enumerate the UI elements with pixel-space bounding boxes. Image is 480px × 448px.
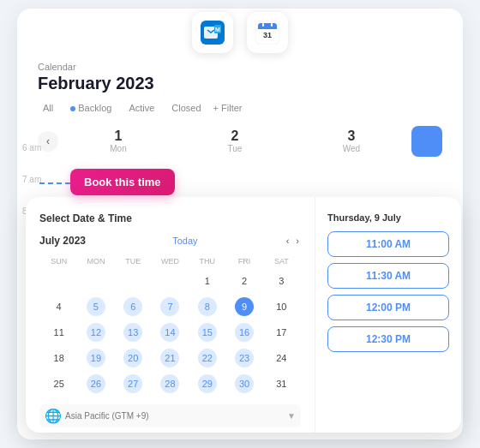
google-calendar-icon[interactable]: 31 — [247, 12, 288, 53]
timezone-selector[interactable]: 🌐 Asia Pacific (GTM +9) ▼ — [39, 404, 301, 427]
cal-day: 14 — [160, 323, 179, 342]
calendar-month: February 2023 — [38, 74, 154, 93]
table-row: 18 19 20 21 22 23 24 — [41, 346, 299, 370]
cal-day: 15 — [198, 323, 217, 342]
cal-day: 17 — [272, 323, 291, 342]
filter-active[interactable]: Active — [123, 101, 159, 115]
cal-day: 2 — [235, 272, 254, 290]
cal-day: 16 — [235, 323, 254, 342]
svg-text:31: 31 — [263, 31, 272, 39]
col-tue: TUE — [116, 255, 151, 267]
date-time-modal: Select Date & Time July 2023 Today ‹ › S… — [26, 197, 461, 433]
calendar-header: Calendar February 2023 — [38, 62, 154, 93]
time-7am: 7 am — [22, 175, 41, 184]
selected-date-label: Thursday, 9 July — [327, 212, 449, 223]
day-selected-box — [411, 126, 442, 157]
calendar-nav: ‹ › — [285, 236, 301, 246]
filter-add[interactable]: + Filter — [213, 103, 243, 113]
modal-title: Select Date & Time — [39, 212, 301, 224]
cal-day: 1 — [198, 272, 217, 290]
col-mon: MON — [78, 255, 113, 267]
time-slot-2[interactable]: 11:30 AM — [327, 263, 449, 289]
day-3[interactable]: 3 Wed — [295, 123, 408, 158]
filter-backlog[interactable]: Backlog — [65, 101, 117, 115]
day-2[interactable]: 2 Tue — [178, 123, 291, 158]
cal-day: 29 — [198, 374, 217, 393]
cal-day: 31 — [272, 374, 291, 393]
col-sun: SUN — [41, 255, 76, 267]
cal-day: 6 — [123, 297, 142, 316]
svg-rect-10 — [271, 23, 273, 27]
cal-day: 8 — [198, 297, 217, 316]
cal-day: 23 — [235, 349, 254, 367]
mini-calendar-header: July 2023 Today ‹ › — [39, 235, 301, 247]
day-1[interactable]: 1 Mon — [62, 123, 175, 158]
col-fri: FRI — [226, 255, 261, 267]
filter-tabs: All Backlog Active Closed + Filter — [38, 101, 243, 115]
cal-day: 4 — [50, 297, 69, 316]
app-icons-row: M 31 — [192, 12, 288, 53]
col-sat: SAT — [264, 255, 299, 267]
cal-day: 30 — [235, 374, 254, 393]
time-slot-1[interactable]: 11:00 AM — [327, 231, 449, 257]
cal-day: 12 — [87, 323, 105, 342]
table-row: 11 12 13 14 15 16 17 — [41, 320, 299, 344]
cal-day: 22 — [198, 349, 217, 367]
table-row: 1 2 3 — [41, 269, 299, 293]
calendar-label: Calendar — [38, 62, 154, 72]
cal-day: 3 — [272, 272, 291, 290]
outlook-icon[interactable]: M — [192, 12, 233, 53]
col-wed: WED — [153, 255, 188, 267]
filter-closed[interactable]: Closed — [166, 101, 206, 115]
mini-calendar-grid: SUN MON TUE WED THU FRI SAT 1 2 3 — [39, 254, 301, 397]
cal-day: 24 — [272, 349, 291, 367]
cal-day: 13 — [123, 323, 142, 342]
cal-day: 27 — [123, 374, 142, 393]
globe-icon: 🌐 — [45, 408, 62, 424]
table-row: 25 26 27 28 29 30 31 — [41, 372, 299, 396]
svg-rect-9 — [262, 23, 264, 27]
day-navigation: ‹ 1 Mon 2 Tue 3 Wed — [38, 123, 442, 158]
time-slot-4[interactable]: 12:30 PM — [327, 326, 449, 352]
cal-day-selected: 9 — [235, 297, 254, 316]
cal-day: 28 — [160, 374, 179, 393]
svg-rect-7 — [258, 27, 277, 29]
book-button[interactable]: Book this time — [70, 169, 175, 195]
table-row: 4 5 6 7 8 9 10 — [41, 295, 299, 319]
svg-text:M: M — [215, 27, 220, 33]
cal-day: 7 — [160, 297, 179, 316]
cal-next[interactable]: › — [294, 236, 301, 246]
cal-prev[interactable]: ‹ — [285, 236, 291, 246]
today-button[interactable]: Today — [172, 236, 197, 246]
cal-day: 26 — [87, 374, 105, 393]
filter-all[interactable]: All — [38, 101, 58, 115]
cal-day: 19 — [87, 349, 105, 367]
cal-day: 5 — [87, 297, 105, 316]
cal-day: 20 — [123, 349, 142, 367]
calendar-picker: Select Date & Time July 2023 Today ‹ › S… — [26, 197, 315, 433]
cal-day: 11 — [50, 323, 69, 342]
time-slot-3[interactable]: 12:00 PM — [327, 295, 449, 320]
timezone-label: Asia Pacific (GTM +9) — [65, 411, 284, 421]
mini-cal-month: July 2023 — [39, 235, 86, 247]
cal-day: 25 — [50, 374, 69, 393]
time-6am: 6 am — [22, 143, 41, 152]
chevron-down-icon: ▼ — [287, 411, 296, 421]
time-slots-panel: Thursday, 9 July 11:00 AM 11:30 AM 12:00… — [315, 197, 461, 433]
cal-day: 10 — [272, 297, 291, 316]
cal-day: 21 — [160, 349, 179, 367]
connector-line — [39, 182, 70, 184]
col-thu: THU — [189, 255, 225, 267]
cal-day: 18 — [50, 349, 69, 367]
